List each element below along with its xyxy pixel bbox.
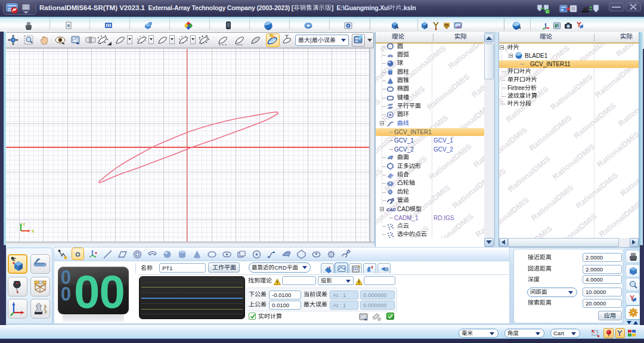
svg-text:Y: Y (23, 223, 26, 227)
svg-text:D: D (360, 35, 363, 39)
svg-text:0: 0 (546, 9, 549, 14)
svg-text:X: X (32, 229, 35, 233)
svg-text:CAD: CAD (386, 207, 396, 212)
